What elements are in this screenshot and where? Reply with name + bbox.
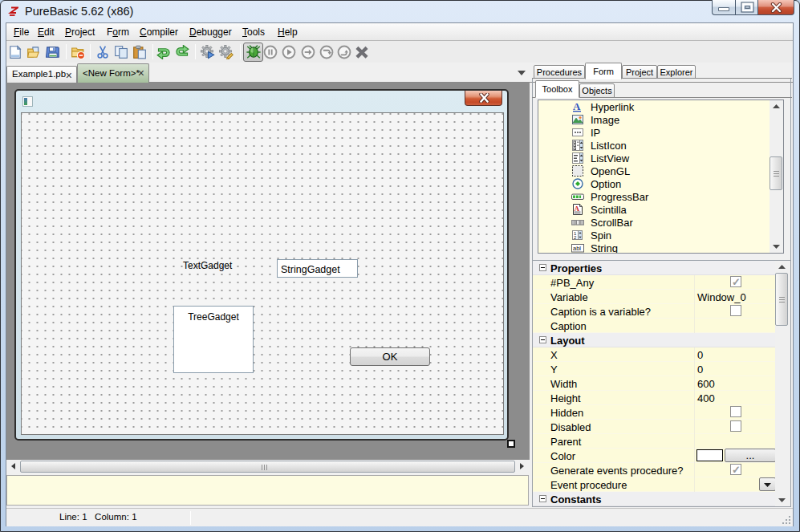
svg-text:abl: abl xyxy=(573,245,581,252)
svg-text:A: A xyxy=(575,205,580,213)
svg-text:A: A xyxy=(573,100,581,112)
